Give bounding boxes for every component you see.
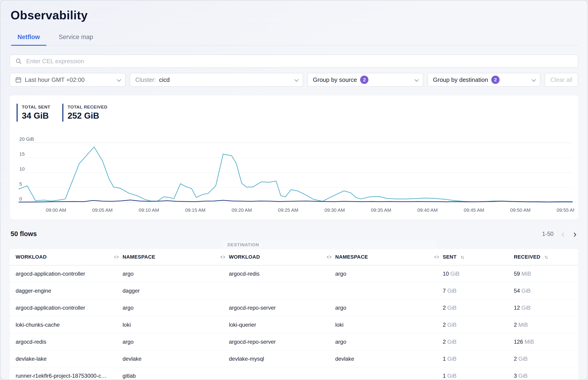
sort-icon[interactable]: ↑↓ [544,254,547,260]
col-header-dst-namespace[interactable]: NAMESPACE [329,249,437,265]
total-sent-stat: TOTAL SENT 34 GiB [17,104,50,122]
src-namespace-cell: devlake [116,350,223,367]
dst-workload-cell: argocd-repo-server [223,333,329,350]
sent-cell: 2 GiB [437,333,508,350]
destination-group-label: DESTINATION [228,242,259,247]
total-sent-value: 34 GiB [22,111,50,121]
src-workload-cell: dagger-engine [10,282,116,299]
group-by-destination-count-badge: 2 [491,76,499,84]
src-namespace-cell: argo [116,333,223,350]
next-page-button[interactable]: › [572,230,577,238]
dst-namespace-cell: loki [329,316,437,333]
col-header-received-label: RECEIVED [514,254,540,260]
tab-netflow-label: Netflow [18,34,40,40]
totals: TOTAL SENT 34 GiB TOTAL RECEIVED 252 GiB [17,104,574,122]
flows-table-body: argocd-application-controllerargoargocd-… [10,265,578,380]
flows-table-section: DESTINATION WORKLOAD NAMESPACE WOR [10,249,578,380]
time-range-dropdown[interactable]: Last hour GMT +02:00 [10,73,126,87]
calendar-icon [15,76,22,83]
cluster-dropdown[interactable]: Cluster: cicd [130,73,303,87]
clear-all-button[interactable]: Clear all [545,73,578,87]
received-cell: 2 MiB [508,316,578,333]
total-sent-label: TOTAL SENT [22,105,50,110]
src-workload-cell: loki-chunks-cache [10,316,116,333]
flows-table-header-row: WORKLOAD NAMESPACE WORKLOAD NAMESPACE [10,249,578,265]
dst-namespace-cell: devlake [329,350,437,367]
previous-page-button[interactable]: ‹ [560,230,566,238]
col-header-src-workload[interactable]: WORKLOAD [10,249,116,265]
src-namespace-cell: loki [116,316,223,333]
x-axis-tick-label: 09:25 AM [278,207,298,213]
tab-service-map[interactable]: Service map [52,30,100,45]
tab-bar: Netflow Service map [10,30,578,46]
col-header-sent[interactable]: SENT ↑↓ [437,249,508,265]
y-axis-tick-label: 15 [19,151,25,156]
netflow-chart: 20 GiB15105009:00 AM09:05 AM09:10 AM09:1… [17,135,574,215]
col-header-src-namespace[interactable]: NAMESPACE [116,249,223,265]
dst-namespace-cell [329,367,437,380]
received-cell: 54 GiB [508,282,578,299]
sort-icon[interactable]: ↑↓ [460,254,463,260]
y-axis-tick-label: 5 [19,181,22,187]
dst-namespace-cell: argo [329,265,437,282]
chevron-down-icon [117,77,121,81]
dst-workload-cell: devlake-mysql [223,350,329,367]
col-header-received[interactable]: RECEIVED ↑↓ [508,249,578,265]
group-by-source-dropdown[interactable]: Group by source 2 [307,73,423,87]
flow-row[interactable]: argocd-redisargoargocd-repo-serverargo2 … [10,333,578,350]
flow-row[interactable]: dagger-enginedagger7 GiB54 GiB [10,282,578,299]
cel-expression-input[interactable] [26,57,573,65]
src-namespace-cell: gitlab [116,367,223,380]
dst-workload-cell: argocd-repo-server [223,299,329,316]
cel-search-bar[interactable] [10,55,578,68]
dst-workload-cell [223,282,329,299]
column-resize-handle[interactable] [327,254,332,260]
flow-row[interactable]: loki-chunks-cachelokiloki-querierloki2 G… [10,316,578,333]
group-by-destination-dropdown[interactable]: Group by destination 2 [428,73,540,87]
filter-bar: Last hour GMT +02:00 Cluster: cicd Group… [10,73,578,87]
tab-netflow[interactable]: Netflow [11,30,46,45]
x-axis-tick-label: 09:35 AM [371,207,392,213]
dst-namespace-cell: argo [329,299,437,316]
col-header-dst-workload-label: WORKLOAD [229,254,260,260]
x-axis-tick-label: 09:50 AM [510,207,531,213]
flow-row[interactable]: argocd-application-controllerargoargocd-… [10,265,578,282]
x-axis-tick-label: 09:20 AM [232,207,252,213]
tab-service-map-label: Service map [59,34,93,40]
col-header-src-workload-label: WORKLOAD [16,254,47,260]
page-title: Observability [11,8,578,22]
netflow-chart-svg: 20 GiB15105009:00 AM09:05 AM09:10 AM09:1… [17,135,574,214]
x-axis-tick-label: 09:15 AM [185,207,206,213]
col-header-dst-workload[interactable]: WORKLOAD [223,249,329,265]
time-range-value: Last hour GMT +02:00 [25,76,85,83]
sent-cell: 1 GiB [437,350,508,367]
column-resize-handle[interactable] [434,254,439,260]
flow-row[interactable]: argocd-application-controllerargoargocd-… [10,299,578,316]
x-axis-tick-label: 09:10 AM [139,207,159,213]
x-axis-tick-label: 09:45 AM [464,207,484,213]
chevron-down-icon [415,77,419,81]
src-workload-cell: runner-r1ekflr6-project-18753000-c… [10,367,116,380]
col-header-dst-namespace-label: NAMESPACE [335,254,368,260]
total-received-value: 252 GiB [68,111,107,121]
received-cell: 3 GiB [508,367,578,380]
x-axis-tick-label: 09:00 AM [46,207,66,213]
src-workload-cell: argocd-redis [10,333,116,350]
y-axis-tick-label: 10 [19,166,25,171]
received-cell: 59 MiB [508,265,578,282]
flow-row[interactable]: runner-r1ekflr6-project-18753000-c…gitla… [10,367,578,380]
flows-header: 50 flows 1-50 ‹ › [10,230,578,238]
src-workload-cell: argocd-application-controller [10,265,116,282]
page-range: 1-50 [542,230,553,237]
cluster-value: cicd [159,76,170,83]
dst-workload-cell: loki-querier [223,316,329,333]
total-received-stat: TOTAL RECEIVED 252 GiB [62,104,107,122]
x-axis-tick-label: 09:40 AM [417,207,438,213]
column-resize-handle[interactable] [114,254,119,260]
src-workload-cell: devlake-lake [10,350,116,367]
column-resize-handle[interactable] [220,254,225,260]
sent-cell: 1 GiB [437,367,508,380]
flow-row[interactable]: devlake-lakedevlakedevlake-mysqldevlake1… [10,350,578,367]
y-axis-tick-label: 0 [19,196,22,201]
flows-count: 50 flows [11,230,37,238]
